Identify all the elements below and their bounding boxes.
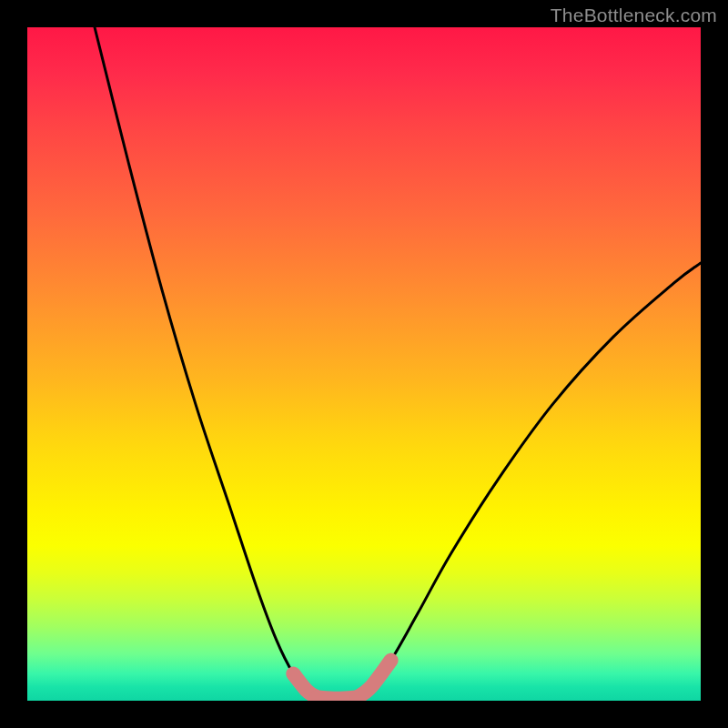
curve-right-rising-curve <box>358 263 701 697</box>
series-group <box>95 27 701 699</box>
highlight-highlight-right-tip <box>358 661 391 698</box>
curve-layer <box>27 27 701 701</box>
chart-frame: TheBottleneck.com <box>0 0 728 728</box>
watermark-text: TheBottleneck.com <box>551 5 717 26</box>
plot-area <box>27 27 701 701</box>
curve-left-falling-curve <box>95 27 317 697</box>
